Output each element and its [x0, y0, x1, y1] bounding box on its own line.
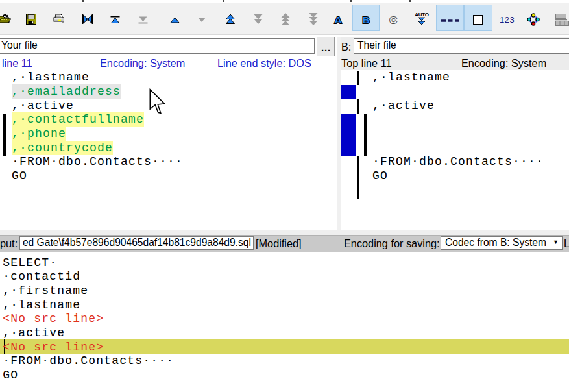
svg-text:B: B	[362, 14, 369, 25]
svg-text:C: C	[389, 14, 396, 25]
svg-text:A: A	[334, 14, 341, 25]
